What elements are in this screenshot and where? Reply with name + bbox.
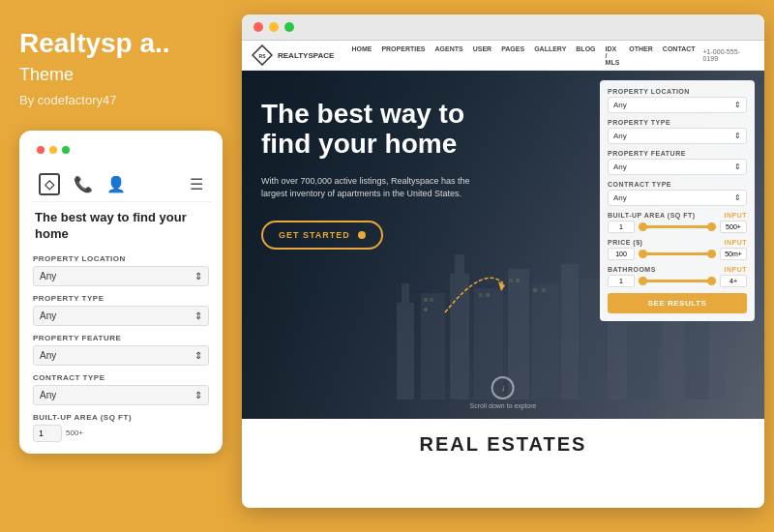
svg-text:RS: RS xyxy=(259,53,267,59)
mobile-dot-red xyxy=(37,146,45,154)
mobile-field-label-feature: PROPERTY FEATURE xyxy=(33,334,209,342)
nav-home[interactable]: HOME xyxy=(351,45,372,66)
real-estates-title: REAL ESTATES xyxy=(256,433,750,456)
mobile-mockup: ◇ 📞 👤 ☰ The best way to find your home P… xyxy=(19,131,223,454)
nav-properties[interactable]: PROPERTIES xyxy=(381,45,425,66)
mobile-dots xyxy=(31,142,211,158)
browser-minimize-icon[interactable] xyxy=(269,22,279,32)
search-price-group: PRICE ($) INPUT 100 50m+ xyxy=(608,239,747,260)
scroll-text: Scroll down to explore xyxy=(470,402,537,409)
svg-rect-23 xyxy=(516,279,520,282)
mobile-logo-icon: ◇ xyxy=(39,173,60,195)
nav-idx[interactable]: IDX / MLS xyxy=(606,45,620,66)
browser-mockup: RS REALTYSPACE HOME PROPERTIES AGENTS US… xyxy=(242,15,764,508)
mobile-select-feature[interactable]: Any ⇕ xyxy=(33,345,209,366)
search-bathrooms-range: 1 4+ xyxy=(608,275,747,287)
search-feature-group: PROPERTY FEATURE Any ⇕ xyxy=(608,150,747,175)
hero-cta-button[interactable]: GET STARTED xyxy=(261,221,383,250)
nav-pages[interactable]: PAGES xyxy=(501,45,524,66)
scroll-circle-icon: ↓ xyxy=(491,376,515,399)
mobile-select-location[interactable]: Any ⇕ xyxy=(33,266,209,286)
logo-text: REALTYSPACE xyxy=(278,51,334,60)
search-bathrooms-group: BATHROOMS INPUT 1 4+ xyxy=(608,266,747,287)
price-max-input[interactable]: 50m+ xyxy=(720,248,747,260)
search-location-group: PROPERTY LOCATION Any ⇕ xyxy=(608,88,747,113)
builtup-max-input[interactable]: 500+ xyxy=(720,221,747,233)
search-builtup-input-label: INPUT xyxy=(725,212,748,219)
left-panel: Realtysp a.. Theme By codefactory47 ◇ 📞 … xyxy=(0,0,237,532)
builtup-min-input[interactable]: 1 xyxy=(608,221,635,233)
builtup-slider[interactable] xyxy=(639,225,716,228)
browser-close-icon[interactable] xyxy=(253,22,263,32)
mobile-builtup-min[interactable]: 1 xyxy=(33,425,62,442)
mobile-field-label-type: PROPERTY TYPE xyxy=(33,294,209,303)
search-type-select[interactable]: Any ⇕ xyxy=(608,128,747,144)
search-bathrooms-input-label: INPUT xyxy=(725,266,748,273)
mobile-builtup-row: 1 500+ xyxy=(33,425,209,442)
mobile-field-label-contract: CONTRACT TYPE xyxy=(33,373,209,382)
search-location-label: PROPERTY LOCATION xyxy=(608,88,747,95)
nav-contact[interactable]: CONTACT xyxy=(663,45,696,66)
svg-rect-10 xyxy=(561,264,579,399)
browser-maximize-icon[interactable] xyxy=(284,22,294,32)
price-slider[interactable] xyxy=(639,252,716,255)
mobile-nav: ◇ 📞 👤 ☰ xyxy=(31,167,211,202)
search-widget: PROPERTY LOCATION Any ⇕ PROPERTY TYPE An… xyxy=(600,80,755,321)
mobile-select-type[interactable]: Any ⇕ xyxy=(33,306,209,326)
mobile-form: PROPERTY LOCATION Any ⇕ PROPERTY TYPE An… xyxy=(31,254,211,442)
hero-content: The best way to find your home With over… xyxy=(261,100,493,250)
search-builtup-range: 1 500+ xyxy=(608,221,747,233)
hero-description: With over 700,000 active listings, Realt… xyxy=(261,175,493,201)
svg-rect-25 xyxy=(542,288,546,292)
mobile-hamburger-icon[interactable]: ☰ xyxy=(190,175,203,193)
browser-content: RS REALTYSPACE HOME PROPERTIES AGENTS US… xyxy=(242,41,764,505)
see-results-button[interactable]: SEE RESULTS xyxy=(608,293,747,313)
search-price-range: 100 50m+ xyxy=(608,248,747,260)
hero-title: The best way to find your home xyxy=(261,100,493,160)
cta-dot-icon xyxy=(358,231,366,239)
nav-other[interactable]: OTHER xyxy=(629,45,653,66)
website-logo: RS REALTYSPACE xyxy=(252,44,334,66)
svg-rect-2 xyxy=(397,303,414,399)
arrow-annotation-icon xyxy=(435,245,513,322)
logo-diamond-icon: RS xyxy=(252,44,273,66)
nav-agents[interactable]: AGENTS xyxy=(435,45,463,66)
mobile-builtup-max-label: 500+ xyxy=(66,429,83,437)
browser-chrome xyxy=(242,15,764,41)
search-builtup-label: BUILT-UP AREA (SQ FT) xyxy=(608,212,696,219)
mobile-user-icon: 👤 xyxy=(106,175,126,193)
svg-rect-3 xyxy=(402,283,409,303)
search-bathrooms-label: BATHROOMS xyxy=(608,266,656,273)
bathrooms-max-input[interactable]: 4+ xyxy=(720,275,747,287)
website-bottom: REAL ESTATES xyxy=(242,419,764,470)
hero-section: The best way to find your home With over… xyxy=(242,71,764,419)
mobile-dot-yellow xyxy=(49,146,57,154)
scroll-indicator: ↓ Scroll down to explore xyxy=(470,376,537,409)
svg-rect-17 xyxy=(424,298,428,302)
search-contract-select[interactable]: Any ⇕ xyxy=(608,190,747,206)
search-location-select[interactable]: Any ⇕ xyxy=(608,97,747,113)
svg-rect-19 xyxy=(424,308,428,311)
theme-title: Realtysp a.. xyxy=(19,29,218,59)
theme-subtitle: Theme xyxy=(19,65,218,85)
nav-items: HOME PROPERTIES AGENTS USER PAGES GALLER… xyxy=(351,45,695,66)
price-min-input[interactable]: 100 xyxy=(608,248,635,260)
theme-author: By codefactory47 xyxy=(19,93,218,107)
nav-gallery[interactable]: GALLERY xyxy=(534,45,566,66)
search-type-group: PROPERTY TYPE Any ⇕ xyxy=(608,119,747,144)
mobile-field-label-builtup: BUILT-UP AREA (SQ FT) xyxy=(33,413,209,422)
mobile-dot-green xyxy=(62,146,70,154)
nav-blog[interactable]: BLOG xyxy=(576,45,595,66)
nav-user[interactable]: USER xyxy=(473,45,491,66)
mobile-select-contract[interactable]: Any ⇕ xyxy=(33,385,209,405)
search-contract-group: CONTRACT TYPE Any ⇕ xyxy=(608,181,747,206)
bathrooms-slider[interactable] xyxy=(639,280,716,282)
search-price-label: PRICE ($) xyxy=(608,239,642,246)
bathrooms-min-input[interactable]: 1 xyxy=(608,275,635,287)
mobile-field-label-location: PROPERTY LOCATION xyxy=(33,254,209,263)
search-builtup-group: BUILT-UP AREA (SQ FT) INPUT 1 500+ xyxy=(608,212,747,233)
search-price-input-label: INPUT xyxy=(725,239,748,246)
mobile-hero-text: The best way to find your home xyxy=(31,210,211,243)
search-feature-select[interactable]: Any ⇕ xyxy=(608,159,747,175)
search-feature-label: PROPERTY FEATURE xyxy=(608,150,747,157)
